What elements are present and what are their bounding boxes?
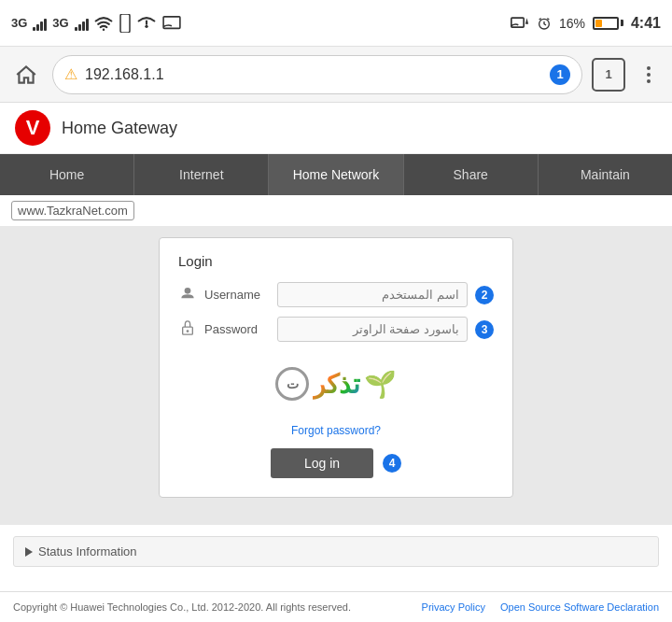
brand-watermark: ت تذكر 🌱: [178, 351, 494, 417]
svg-rect-1: [120, 14, 130, 33]
brand-title: Home Gateway: [62, 119, 177, 138]
tab-count-button[interactable]: 1: [592, 58, 625, 92]
cast-icon: [161, 16, 182, 31]
username-label: Username: [204, 288, 270, 302]
time-display: 4:41: [631, 15, 661, 32]
signal-bars-1: [33, 16, 47, 31]
nav-tabs: Home Internet Home Network Share Maintai…: [0, 154, 672, 195]
password-icon: [178, 320, 197, 339]
password-row: Password 3: [178, 317, 494, 342]
status-info-label: Status Information: [38, 544, 137, 558]
tazkra-brand-text: تذكر: [313, 369, 360, 400]
brand-bar: v Home Gateway: [0, 103, 672, 154]
browser-bar: ⚠ 192.168.1.1 1 1: [0, 47, 672, 103]
status-info-bar[interactable]: Status Information: [13, 536, 659, 567]
url-text: 192.168.1.1: [85, 66, 542, 83]
url-badge: 1: [550, 64, 570, 85]
network2-label: 3G: [52, 16, 68, 30]
forgot-password-link[interactable]: Forgot password?: [178, 424, 494, 437]
login-card: Login Username 2 Password: [159, 237, 513, 498]
privacy-policy-link[interactable]: Privacy Policy: [422, 601, 485, 613]
username-row: Username 2: [178, 282, 494, 307]
watermark-text: www.TazkraNet.com: [11, 201, 134, 220]
signal-icon: [137, 16, 156, 31]
login-title: Login: [178, 253, 494, 269]
tab-internet[interactable]: Internet: [134, 154, 269, 195]
svg-rect-4: [511, 18, 524, 27]
battery-percent: 16%: [559, 16, 585, 31]
plant-icon: 🌱: [364, 369, 397, 400]
main-content: Login Username 2 Password: [0, 226, 672, 525]
status-right: 16% 4:41: [511, 15, 661, 32]
browser-home-button[interactable]: [9, 58, 43, 92]
footer-links: Privacy Policy Open Source Software Decl…: [422, 601, 659, 613]
username-input[interactable]: [277, 282, 468, 307]
status-left: 3G 3G: [11, 14, 182, 33]
open-source-link[interactable]: Open Source Software Declaration: [500, 601, 659, 613]
tab-share[interactable]: Share: [404, 154, 539, 195]
password-input[interactable]: [277, 317, 468, 342]
svg-point-6: [185, 288, 191, 294]
svg-rect-3: [163, 16, 180, 27]
cast-icon-right: [511, 16, 529, 31]
password-badge: 3: [475, 320, 494, 339]
vodafone-logo: v: [15, 110, 50, 146]
watermark-bar: www.TazkraNet.com: [0, 195, 672, 226]
svg-point-2: [145, 24, 147, 27]
alarm-icon: [537, 16, 552, 31]
login-button[interactable]: Log in: [271, 448, 373, 478]
tab-maintain[interactable]: Maintain: [539, 154, 672, 195]
login-button-row: Log in 4: [178, 448, 494, 478]
status-bar: 3G 3G: [0, 0, 672, 47]
password-label: Password: [204, 322, 270, 336]
battery-icon: [593, 17, 623, 30]
expand-icon: [25, 547, 33, 557]
tab-home[interactable]: Home: [0, 154, 134, 195]
tab-home-network[interactable]: Home Network: [269, 154, 403, 195]
wifi-icon: [94, 16, 113, 31]
tazkranet-logo: ت تذكر 🌱: [275, 367, 397, 401]
phone-icon: [119, 14, 132, 33]
more-menu-button[interactable]: [635, 66, 663, 83]
tazkra-circle-icon: ت: [275, 367, 309, 401]
username-badge: 2: [475, 286, 494, 304]
svg-point-8: [187, 330, 189, 332]
svg-point-0: [102, 28, 105, 31]
url-bar[interactable]: ⚠ 192.168.1.1 1: [52, 55, 582, 94]
user-icon: [178, 286, 197, 304]
network1-label: 3G: [11, 16, 27, 30]
signal-bars-2: [75, 16, 89, 31]
warning-icon: ⚠: [64, 65, 77, 83]
footer-copyright: Copyright © Huawei Technologies Co., Ltd…: [13, 601, 351, 613]
footer: Copyright © Huawei Technologies Co., Ltd…: [0, 591, 672, 622]
login-badge: 4: [383, 454, 401, 473]
